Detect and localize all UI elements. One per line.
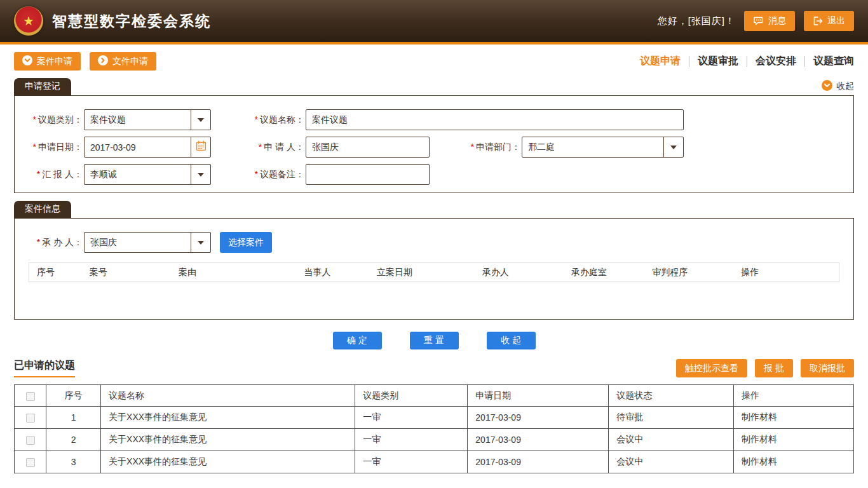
chevron-down-icon — [198, 173, 204, 177]
cell-apply-date: 2017-03-09 — [468, 429, 609, 451]
required-mark: * — [255, 114, 258, 125]
row-select-checkbox[interactable] — [26, 414, 35, 423]
cell-apply-date: 2017-03-09 — [468, 407, 609, 429]
confirm-button[interactable]: 确 定 — [333, 332, 382, 349]
cell-topic-name: 关于XXX事件的征集意见 — [101, 451, 355, 473]
undertaker-select[interactable]: 张国庆 — [84, 232, 211, 253]
required-mark: * — [255, 169, 258, 179]
dropdown-arrow-button[interactable] — [191, 110, 210, 130]
cell-status: 会议中 — [609, 429, 734, 451]
calendar-icon — [196, 140, 207, 154]
reporter-value: 李顺诚 — [85, 169, 123, 180]
chevron-down-icon — [198, 118, 204, 122]
applied-topics-table: 序号 议题名称 议题类别 申请日期 议题状态 操作 1 关于XXX事件的征集意见… — [14, 384, 854, 473]
case-apply-label: 案件申请 — [37, 56, 72, 67]
app-title: 智慧型数字检委会系统 — [52, 11, 211, 31]
case-table-header: 序号 案号 案由 当事人 立案日期 承办人 承办庭室 审判程序 操作 — [29, 262, 839, 282]
form-actions: 确 定 重 置 收 起 — [14, 332, 854, 349]
tab-separator — [804, 56, 805, 67]
row-select-checkbox[interactable] — [26, 436, 35, 445]
required-mark: * — [33, 114, 36, 125]
applicant-label: *申 请 人： — [211, 142, 304, 153]
tab-topic-apply[interactable]: 议题申请 — [640, 55, 681, 68]
cell-no: 2 — [46, 429, 101, 451]
apply-date-value: 2017-03-09 — [85, 142, 142, 152]
table-row: 3 关于XXX事件的征集意见 一审 2017-03-09 会议中 制作材料 — [15, 451, 854, 473]
tab-separator — [747, 56, 747, 67]
apply-dept-select[interactable]: 邢二庭 — [522, 137, 684, 158]
user-greeting: 您好，[张国庆]！ — [658, 15, 735, 27]
reset-button[interactable]: 重 置 — [410, 332, 459, 349]
reporter-select[interactable]: 李顺诚 — [84, 164, 211, 185]
remark-input[interactable] — [306, 164, 430, 185]
submit-approval-button[interactable]: 报 批 — [755, 359, 793, 377]
topic-name-input[interactable] — [306, 109, 684, 130]
messages-button[interactable]: 消息 — [744, 11, 795, 31]
chat-bubble-icon — [753, 16, 764, 26]
required-mark: * — [33, 142, 36, 152]
required-mark: * — [37, 237, 40, 247]
col-header-topic-name: 议题名称 — [101, 385, 355, 407]
dropdown-arrow-button[interactable] — [663, 137, 683, 157]
chevron-down-icon — [670, 146, 677, 149]
file-apply-label: 文件申请 — [112, 56, 148, 67]
register-panel: *议题类别： 案件议题 *议题名称： *申请日期： 2017-03-09 *申 … — [14, 95, 854, 193]
topic-type-label: *议题类别： — [15, 114, 83, 126]
tab-topic-approve[interactable]: 议题审批 — [698, 55, 738, 68]
messages-button-label: 消息 — [768, 15, 786, 27]
register-collapse-label: 收起 — [836, 81, 854, 92]
touch-view-button[interactable]: 触控批示查看 — [676, 359, 747, 377]
calendar-button[interactable] — [191, 137, 210, 157]
reporter-label: *汇 报 人： — [15, 169, 83, 180]
applied-topics-title: 已申请的议题 — [14, 359, 75, 377]
cell-status: 待审批 — [609, 407, 734, 429]
cell-status: 会议中 — [609, 451, 734, 473]
app-header: ★ 智慧型数字检委会系统 您好，[张国庆]！ 消息 退出 — [0, 0, 868, 44]
case-col-cause: 案由 — [171, 267, 296, 278]
case-col-case-number: 案号 — [82, 267, 171, 278]
remark-label: *议题备注： — [211, 169, 304, 180]
cancel-approval-button[interactable]: 取消报批 — [801, 359, 854, 377]
tab-separator — [689, 56, 689, 67]
logout-button[interactable]: 退出 — [804, 11, 854, 31]
chevron-right-circle-icon — [98, 55, 108, 67]
case-table-empty-area — [15, 282, 853, 319]
cell-topic-type: 一审 — [355, 407, 468, 429]
collapse-button[interactable]: 收 起 — [487, 332, 536, 349]
cell-apply-date: 2017-03-09 — [468, 451, 609, 473]
case-col-department: 承办庭室 — [564, 267, 644, 278]
col-header-apply-date: 申请日期 — [468, 385, 609, 407]
undertaker-value: 张国庆 — [85, 237, 123, 248]
required-mark: * — [471, 142, 474, 152]
nav-tabs: 议题申请 议题审批 会议安排 议题查询 — [640, 55, 854, 68]
case-col-filing-date: 立案日期 — [369, 267, 475, 278]
applicant-input[interactable] — [306, 137, 430, 158]
tab-meeting-arrange[interactable]: 会议安排 — [756, 55, 796, 68]
topic-name-label: *议题名称： — [211, 114, 304, 126]
nav-left-buttons: 案件申请 文件申请 — [14, 52, 156, 71]
cell-topic-type: 一审 — [355, 429, 468, 451]
make-materials-link[interactable]: 制作材料 — [734, 407, 854, 429]
file-apply-button[interactable]: 文件申请 — [90, 52, 156, 71]
case-apply-button[interactable]: 案件申请 — [14, 52, 81, 71]
cell-topic-name: 关于XXX事件的征集意见 — [101, 429, 355, 451]
make-materials-link[interactable]: 制作材料 — [734, 451, 854, 473]
dropdown-arrow-button[interactable] — [191, 233, 210, 252]
apply-date-picker[interactable]: 2017-03-09 — [84, 137, 211, 158]
register-section-tab: 申请登记 — [14, 78, 71, 95]
table-header-row: 序号 议题名称 议题类别 申请日期 议题状态 操作 — [15, 385, 854, 407]
make-materials-link[interactable]: 制作材料 — [734, 429, 854, 451]
chevron-down-icon — [198, 241, 204, 245]
logout-icon — [813, 16, 823, 26]
topic-type-select[interactable]: 案件议题 — [84, 109, 211, 130]
cell-topic-name: 关于XXX事件的征集意见 — [101, 407, 355, 429]
register-collapse-link[interactable]: 收起 — [822, 80, 854, 93]
col-header-no: 序号 — [46, 385, 101, 407]
case-info-section: 案件信息 *承 办 人： 张国庆 选择案件 序号 案号 案由 当事人 立案日期 … — [14, 201, 854, 320]
select-all-checkbox[interactable] — [26, 392, 35, 401]
case-col-party: 当事人 — [296, 267, 369, 278]
dropdown-arrow-button[interactable] — [191, 165, 210, 184]
select-case-button[interactable]: 选择案件 — [220, 232, 272, 253]
row-select-checkbox[interactable] — [26, 458, 35, 467]
tab-topic-query[interactable]: 议题查询 — [813, 55, 854, 68]
